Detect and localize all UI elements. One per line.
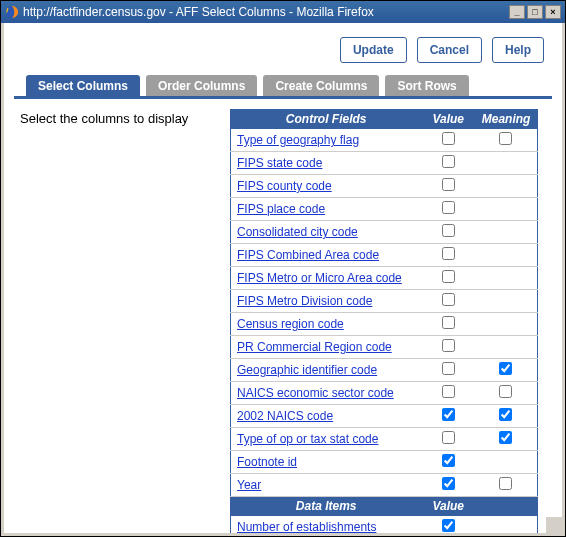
field-link-type-of-op-or-tax-stat-code[interactable]: Type of op or tax stat code xyxy=(237,432,378,446)
table-row: Year xyxy=(231,474,538,497)
value-checkbox-fips-place-code[interactable] xyxy=(442,201,455,214)
table-row: PR Commercial Region code xyxy=(231,336,538,359)
field-link-fips-metro-or-micro-area-code[interactable]: FIPS Metro or Micro Area code xyxy=(237,271,402,285)
firefox-icon xyxy=(5,5,19,19)
tab-order-columns[interactable]: Order Columns xyxy=(146,75,257,96)
instruction-text: Select the columns to display xyxy=(20,109,210,536)
meaning-checkbox-geographic-identifier-code[interactable] xyxy=(499,362,512,375)
value-checkbox-fips-metro-or-micro-area-code[interactable] xyxy=(442,270,455,283)
field-link-pr-commercial-region-code[interactable]: PR Commercial Region code xyxy=(237,340,392,354)
table-row: Type of geography flag xyxy=(231,129,538,152)
header-data-items: Data Items xyxy=(231,497,422,516)
header-value-2: Value xyxy=(422,497,475,516)
table-row: FIPS Metro Division code xyxy=(231,290,538,313)
field-link-fips-metro-division-code[interactable]: FIPS Metro Division code xyxy=(237,294,372,308)
table-row: FIPS Combined Area code xyxy=(231,244,538,267)
cancel-button[interactable]: Cancel xyxy=(417,37,482,63)
field-link-consolidated-city-code[interactable]: Consolidated city code xyxy=(237,225,358,239)
value-checkbox-consolidated-city-code[interactable] xyxy=(442,224,455,237)
table-row: FIPS Metro or Micro Area code xyxy=(231,267,538,290)
meaning-checkbox-year[interactable] xyxy=(499,477,512,490)
tab-row: Select Columns Order Columns Create Colu… xyxy=(14,75,552,99)
value-checkbox-type-of-op-or-tax-stat-code[interactable] xyxy=(442,431,455,444)
value-checkbox-2002-naics-code[interactable] xyxy=(442,408,455,421)
header-value: Value xyxy=(422,110,475,129)
table-row: FIPS place code xyxy=(231,198,538,221)
value-checkbox-geographic-identifier-code[interactable] xyxy=(442,362,455,375)
field-link-number-of-establishments[interactable]: Number of establishments xyxy=(237,520,376,534)
meaning-checkbox-naics-economic-sector-code[interactable] xyxy=(499,385,512,398)
header-meaning: Meaning xyxy=(475,110,538,129)
value-checkbox-naics-economic-sector-code[interactable] xyxy=(442,385,455,398)
table-row: Type of op or tax stat code xyxy=(231,428,538,451)
tab-sort-rows[interactable]: Sort Rows xyxy=(385,75,468,96)
meaning-checkbox-2002-naics-code[interactable] xyxy=(499,408,512,421)
meaning-checkbox-type-of-geography-flag[interactable] xyxy=(499,132,512,145)
value-checkbox-pr-commercial-region-code[interactable] xyxy=(442,339,455,352)
field-link-fips-combined-area-code[interactable]: FIPS Combined Area code xyxy=(237,248,379,262)
minimize-button[interactable]: _ xyxy=(509,5,525,19)
value-checkbox-year[interactable] xyxy=(442,477,455,490)
value-checkbox-fips-county-code[interactable] xyxy=(442,178,455,191)
window-controls: _ □ × xyxy=(509,5,561,19)
titlebar: http://factfinder.census.gov - AFF Selec… xyxy=(1,1,565,23)
table-row: FIPS county code xyxy=(231,175,538,198)
close-button[interactable]: × xyxy=(545,5,561,19)
field-link-type-of-geography-flag[interactable]: Type of geography flag xyxy=(237,133,359,147)
field-link-geographic-identifier-code[interactable]: Geographic identifier code xyxy=(237,363,377,377)
resize-grip[interactable] xyxy=(546,517,562,533)
window-title: http://factfinder.census.gov - AFF Selec… xyxy=(23,5,509,19)
meaning-checkbox-type-of-op-or-tax-stat-code[interactable] xyxy=(499,431,512,444)
field-link-fips-state-code[interactable]: FIPS state code xyxy=(237,156,322,170)
value-checkbox-fips-metro-division-code[interactable] xyxy=(442,293,455,306)
field-link-footnote-id[interactable]: Footnote id xyxy=(237,455,297,469)
value-checkbox-type-of-geography-flag[interactable] xyxy=(442,132,455,145)
value-checkbox-census-region-code[interactable] xyxy=(442,316,455,329)
table-row: NAICS economic sector code xyxy=(231,382,538,405)
table-row: 2002 NAICS code xyxy=(231,405,538,428)
action-row: Update Cancel Help xyxy=(14,31,552,75)
table-row: Geographic identifier code xyxy=(231,359,538,382)
field-link-fips-place-code[interactable]: FIPS place code xyxy=(237,202,325,216)
content-area: Update Cancel Help Select Columns Order … xyxy=(1,23,565,536)
tab-select-columns[interactable]: Select Columns xyxy=(26,75,140,96)
header-control-fields: Control Fields xyxy=(231,110,422,129)
field-link-year[interactable]: Year xyxy=(237,478,261,492)
help-button[interactable]: Help xyxy=(492,37,544,63)
field-link-2002-naics-code[interactable]: 2002 NAICS code xyxy=(237,409,333,423)
header-blank xyxy=(475,497,538,516)
table-row: FIPS state code xyxy=(231,152,538,175)
field-link-naics-economic-sector-code[interactable]: NAICS economic sector code xyxy=(237,386,394,400)
update-button[interactable]: Update xyxy=(340,37,407,63)
table-row: Number of establishments xyxy=(231,516,538,537)
table-row: Census region code xyxy=(231,313,538,336)
table-row: Footnote id xyxy=(231,451,538,474)
value-checkbox-number-of-establishments[interactable] xyxy=(442,519,455,532)
table-row: Consolidated city code xyxy=(231,221,538,244)
browser-window: http://factfinder.census.gov - AFF Selec… xyxy=(0,0,566,537)
value-checkbox-fips-state-code[interactable] xyxy=(442,155,455,168)
value-checkbox-footnote-id[interactable] xyxy=(442,454,455,467)
field-link-census-region-code[interactable]: Census region code xyxy=(237,317,344,331)
columns-grid: Control Fields Value Meaning Type of geo… xyxy=(230,109,540,536)
tab-create-columns[interactable]: Create Columns xyxy=(263,75,379,96)
maximize-button[interactable]: □ xyxy=(527,5,543,19)
field-link-fips-county-code[interactable]: FIPS county code xyxy=(237,179,332,193)
value-checkbox-fips-combined-area-code[interactable] xyxy=(442,247,455,260)
